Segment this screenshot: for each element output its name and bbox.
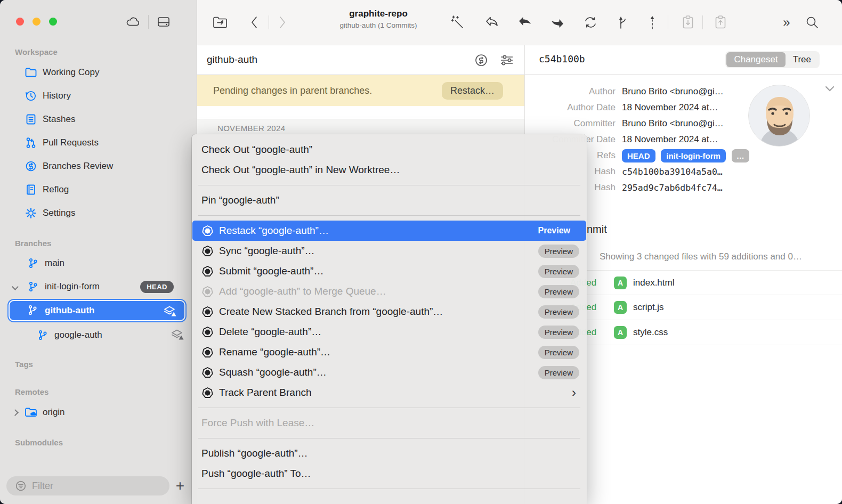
menu-item-submit[interactable]: Submit “google-auth”… Preview (192, 261, 587, 281)
detail-value: 18 November 2024 at… (622, 102, 718, 113)
branch-icon (28, 305, 39, 316)
sidebar-item-working-copy[interactable]: Working Copy (0, 61, 197, 84)
push-arrow-icon (550, 15, 565, 29)
menu-separator (198, 215, 580, 216)
menu-item-push-to[interactable]: Push “google-auth” To… (192, 464, 587, 484)
journal-icon (25, 183, 37, 196)
menu-item-publish[interactable]: Publish “google-auth”… (192, 443, 587, 464)
refs-more-button[interactable]: … (732, 149, 749, 162)
menu-item-track-parent[interactable]: Track Parent Branch › (192, 383, 587, 403)
menu-item-delete[interactable]: Delete “google-auth”… Preview (192, 322, 587, 342)
app-window: Workspace Working Copy History Stashes P… (0, 0, 842, 504)
branch-panel-title: github-auth (207, 54, 257, 66)
back-button[interactable] (245, 13, 264, 32)
filter-field[interactable] (6, 476, 169, 495)
filter-input[interactable] (32, 481, 155, 492)
menu-item-label: Restack “google-auth”… (219, 225, 329, 237)
collapse-details-button[interactable] (825, 86, 835, 92)
cloud-button[interactable] (122, 13, 145, 31)
detail-label: Author (525, 86, 616, 97)
menu-item-label: Publish “google-auth”… (201, 448, 308, 459)
detail-value: 18 November 2024 at… (622, 134, 718, 145)
menu-item-force-push[interactable]: Force Push with Lease… (192, 413, 587, 433)
menu-item-checkout[interactable]: Check Out “google-auth” (192, 140, 587, 160)
banner-message: Pending changes in parent branches. (213, 85, 372, 96)
menu-item-label: Pin “google-auth” (201, 194, 279, 206)
added-badge: A (614, 277, 627, 289)
sidebar-item-reflog[interactable]: Reflog (0, 178, 197, 201)
remote-row-origin[interactable]: origin (0, 401, 197, 424)
sidebar-item-history[interactable]: History (0, 84, 197, 108)
sync-icon (583, 15, 598, 29)
minimize-window-button[interactable] (33, 18, 41, 26)
menu-item-add-merge-queue[interactable]: Add “google-auth” to Merge Queue… Previe… (192, 281, 587, 302)
chevron-right-icon[interactable] (13, 408, 18, 417)
filter-options-button[interactable] (498, 51, 516, 69)
menu-separator (198, 489, 580, 489)
sidebar-item-stashes[interactable]: Stashes (0, 108, 197, 131)
sidebar-item-pull-requests[interactable]: Pull Requests (0, 131, 197, 155)
double-chevron-icon: » (783, 15, 790, 30)
graphite-icon (201, 286, 213, 297)
menu-item-sync[interactable]: Sync “google-auth”… Preview (192, 241, 587, 261)
chevron-down-icon[interactable] (13, 282, 18, 291)
graphite-icon (201, 326, 213, 338)
refs-pills: HEAD init-login-form … (622, 149, 749, 162)
menu-item-create-stacked-branch[interactable]: Create New Stacked Branch from “google-a… (192, 302, 587, 322)
commit-group-label: NOVEMBER 2024 (217, 124, 285, 133)
graphite-icon (201, 265, 213, 277)
remote-folder-icon (25, 406, 37, 419)
close-window-button[interactable] (16, 18, 24, 26)
sidebar-item-label: Branches Review (43, 161, 113, 172)
menu-item-label: Force Push with Lease… (201, 417, 314, 429)
commit-panel-header: c54b100b Changeset Tree (525, 45, 842, 75)
pull-request-icon (25, 136, 37, 149)
tab-changeset[interactable]: Changeset (726, 52, 785, 67)
push-button[interactable] (548, 13, 567, 32)
menu-item-checkout-worktree[interactable]: Check Out “google-auth” in New Worktree… (192, 160, 587, 180)
graphite-icon (201, 346, 213, 358)
branch-row-github-auth[interactable]: github-auth (9, 300, 185, 321)
toolbar-title: graphite-repo github-auth (1 Commits) (288, 9, 469, 29)
repo-switcher-icon (212, 15, 228, 29)
search-button[interactable] (803, 13, 822, 32)
menu-item-rename[interactable]: Rename “google-auth”… Preview (192, 342, 587, 362)
revert-button[interactable] (482, 13, 501, 32)
clipboard-up-icon (714, 15, 727, 30)
add-button[interactable]: + (171, 476, 190, 495)
window-controls (16, 18, 57, 26)
commit-short-hash: c54b100b (539, 53, 585, 64)
filter-icon (15, 480, 27, 492)
remote-label: origin (43, 407, 65, 418)
repo-switcher-button[interactable] (210, 13, 230, 32)
ref-badge-branch[interactable]: init-login-form (661, 149, 726, 162)
branch-row-init-login-form[interactable]: init-login-form HEAD (0, 275, 197, 298)
menu-item-label: Rename “google-auth”… (219, 346, 330, 358)
branch-label: init-login-form (45, 281, 100, 292)
drive-icon (156, 15, 171, 28)
tab-tree[interactable]: Tree (786, 52, 819, 67)
fetch-button[interactable] (581, 13, 600, 32)
pull-button[interactable] (515, 13, 535, 32)
menu-item-restack[interactable]: Restack “google-auth”… Preview (192, 221, 586, 241)
menu-item-pin[interactable]: Pin “google-auth” (192, 190, 587, 210)
stash-button[interactable] (678, 13, 698, 32)
quick-launch-button[interactable] (448, 13, 467, 32)
apply-stash-button[interactable] (711, 13, 730, 32)
gear-icon (25, 207, 37, 220)
commit-button[interactable] (643, 13, 662, 32)
sidebar-item-branches-review[interactable]: Branches Review (0, 155, 197, 178)
ref-badge-head[interactable]: HEAD (622, 149, 655, 162)
branch-row-google-auth[interactable]: google-auth (0, 323, 197, 347)
branch-row-main[interactable]: main (0, 251, 197, 275)
drive-button[interactable] (152, 13, 175, 31)
overflow-button[interactable]: » (777, 13, 796, 32)
menu-item-squash[interactable]: Squash “google-auth”… Preview (192, 362, 587, 383)
detail-label: Committer (525, 118, 616, 129)
review-toggle-button[interactable] (472, 51, 490, 69)
restack-button[interactable]: Restack… (442, 82, 503, 100)
create-branch-button[interactable] (613, 13, 633, 32)
zoom-window-button[interactable] (49, 18, 57, 26)
sidebar-item-settings[interactable]: Settings (0, 201, 197, 225)
branch-icon (36, 329, 49, 342)
